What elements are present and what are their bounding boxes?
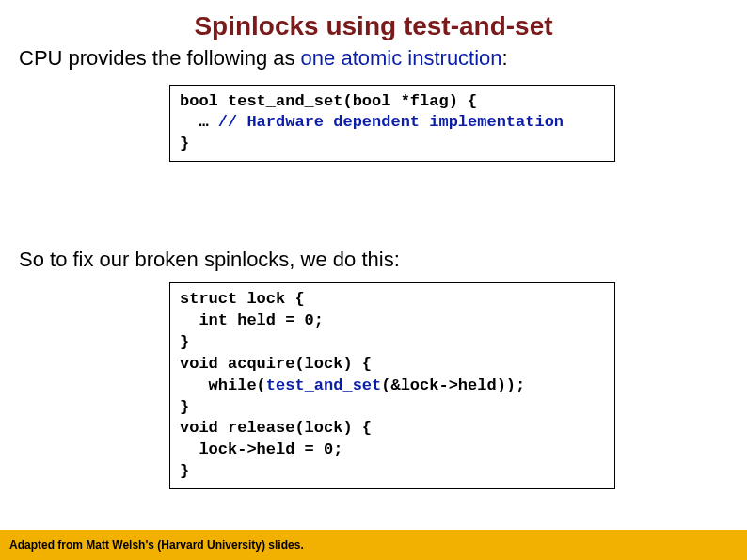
code1-l2b: // Hardware dependent implementation: [218, 113, 564, 131]
intro-line-1: CPU provides the following as one atomic…: [0, 45, 747, 72]
code1-l3: }: [180, 135, 189, 152]
slide: Spinlocks using test-and-set CPU provide…: [0, 0, 747, 560]
slide-title: Spinlocks using test-and-set: [0, 0, 747, 45]
code1-l1: bool test_and_set(bool *flag) {: [180, 92, 477, 110]
code2-l6: }: [180, 398, 189, 416]
footer-bar: Adapted from Matt Welsh's (Harvard Unive…: [0, 530, 747, 560]
footer-text: Adapted from Matt Welsh's (Harvard Unive…: [9, 538, 304, 552]
code-block-lock: struct lock { int held = 0; } void acqui…: [169, 282, 615, 489]
code2-l8: lock->held = 0;: [180, 440, 342, 458]
code2-l5c: (&lock->held));: [381, 376, 525, 394]
intro-line-2: So to fix our broken spinlocks, we do th…: [0, 247, 747, 273]
code2-l9: }: [180, 462, 189, 480]
code2-l5b: test_and_set: [266, 376, 381, 394]
code2-l4: void acquire(lock) {: [180, 355, 372, 373]
intro-line-1b: one atomic instruction: [301, 46, 502, 70]
code2-l2: int held = 0;: [180, 312, 324, 329]
spacer: [0, 72, 747, 85]
intro-line-1a: CPU provides the following as: [19, 46, 301, 70]
spacer: [0, 162, 747, 247]
spacer: [0, 273, 747, 282]
code2-l5a: while(: [180, 376, 266, 394]
code2-l3: }: [180, 333, 189, 351]
code2-l7: void release(lock) {: [180, 419, 372, 437]
code-block-test-and-set: bool test_and_set(bool *flag) { … // Har…: [169, 85, 615, 163]
code2-l1: struct lock {: [180, 290, 305, 308]
code1-l2a: …: [180, 113, 218, 131]
intro-line-1c: :: [502, 46, 508, 70]
